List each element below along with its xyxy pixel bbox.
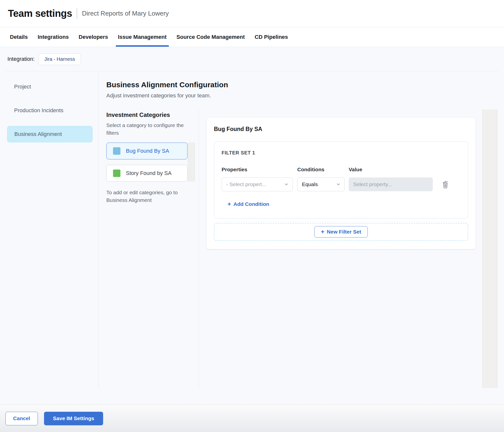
cancel-button[interactable]: Cancel (5, 412, 38, 425)
category-color-swatch (113, 170, 120, 177)
sidebar-item-label: Business Alignment (14, 131, 62, 137)
category-color-swatch (113, 147, 120, 155)
trash-icon (442, 180, 449, 189)
condition-select-value: Equals (302, 181, 318, 187)
sidebar-item-production-incidents[interactable]: Production Incidents (7, 102, 92, 119)
investment-categories-title: Investment Categories (106, 111, 191, 118)
chevron-down-icon (336, 182, 341, 187)
plus-icon: + (321, 228, 324, 235)
save-im-settings-button[interactable]: Save IM Settings (44, 412, 103, 425)
delete-condition-button[interactable] (442, 180, 449, 189)
new-filter-set-button[interactable]: + New Filter Set (314, 226, 368, 238)
team-settings-page: Team settings Direct Reports of Mary Low… (0, 0, 504, 432)
property-select-value: - Select propert... (226, 181, 266, 187)
investment-categories-description: Select a category to configure the filte… (106, 121, 192, 137)
filter-set-title: FILTER SET 1 (222, 150, 460, 156)
tab-label: Developers (79, 34, 108, 40)
section-heading: Business Alignment Configuration (106, 81, 504, 89)
value-column-header: Value (349, 167, 433, 173)
tab-active-underline (116, 45, 169, 47)
settings-sidebar: Project Production Incidents Business Al… (0, 71, 99, 388)
page-header: Team settings Direct Reports of Mary Low… (0, 0, 504, 27)
category-note: To add or edit categories, go to Busines… (106, 189, 193, 204)
category-list-scrollbar[interactable] (188, 143, 195, 182)
condition-select[interactable]: Equals (297, 177, 345, 191)
filter-config-card: Bug Found By SA FILTER SET 1 Properties … (206, 118, 476, 249)
tab-integrations[interactable]: Integrations (38, 27, 69, 47)
category-label: Story Found by SA (126, 170, 172, 176)
filter-columns-header: Properties Conditions Value (222, 167, 460, 173)
filter-condition-row: - Select propert... Equals (222, 177, 460, 191)
tab-label: Details (10, 34, 28, 40)
content-area: Project Production Incidents Business Al… (0, 71, 504, 405)
filter-card-title: Bug Found By SA (214, 125, 468, 133)
conditions-column-header: Conditions (297, 167, 345, 173)
tab-source-code-management[interactable]: Source Code Management (177, 27, 245, 47)
filter-set-box: FILTER SET 1 Properties Conditions Value… (214, 141, 468, 218)
tab-label: Issue Management (118, 34, 167, 40)
plus-icon: + (228, 201, 231, 208)
section-subheading: Adjust investment categories for your te… (106, 92, 504, 99)
category-story-found-by-sa[interactable]: Story Found by SA (106, 165, 187, 182)
main-header: Business Alignment Configuration Adjust … (99, 71, 504, 99)
tab-developers[interactable]: Developers (79, 27, 108, 47)
page-subtitle: Direct Reports of Mary Lowery (82, 10, 169, 17)
title-divider (77, 8, 77, 19)
integration-label: Integration: (7, 56, 35, 62)
sidebar-item-project[interactable]: Project (7, 79, 92, 95)
add-condition-button[interactable]: + Add Condition (228, 201, 269, 208)
sidebar-item-business-alignment[interactable]: Business Alignment (7, 126, 92, 142)
chevron-down-icon (284, 182, 289, 187)
tab-label: Integrations (38, 34, 69, 40)
category-bug-found-by-sa[interactable]: Bug Found By SA (106, 143, 187, 159)
footer-action-bar: Cancel Save IM Settings (0, 405, 504, 432)
new-filter-set-dropzone: + New Filter Set (214, 223, 468, 241)
main-panel: Business Alignment Configuration Adjust … (99, 71, 504, 388)
tab-issue-management[interactable]: Issue Management (118, 27, 167, 47)
add-condition-label: Add Condition (233, 201, 269, 207)
tab-bar: Details Integrations Developers Issue Ma… (0, 27, 504, 47)
page-title: Team settings (8, 8, 72, 19)
investment-categories-column: Investment Categories Select a category … (99, 109, 199, 388)
value-input[interactable] (349, 177, 433, 191)
vertical-scrollbar-outer[interactable] (490, 109, 497, 388)
category-list: Bug Found By SA Story Found by SA (106, 143, 187, 182)
sidebar-item-label: Project (14, 84, 31, 90)
tab-cd-pipelines[interactable]: CD Pipelines (255, 27, 288, 47)
vertical-scrollbar[interactable] (482, 109, 489, 388)
tab-details[interactable]: Details (10, 27, 28, 47)
category-label: Bug Found By SA (126, 148, 169, 154)
tab-label: Source Code Management (177, 34, 245, 40)
integration-row: Integration: Jira - Harness (0, 47, 504, 71)
integration-chip[interactable]: Jira - Harness (39, 53, 81, 65)
tab-label: CD Pipelines (255, 34, 288, 40)
properties-column-header: Properties (222, 167, 293, 173)
sidebar-item-label: Production Incidents (14, 107, 63, 114)
property-select[interactable]: - Select propert... (222, 177, 293, 191)
new-filter-set-label: New Filter Set (327, 229, 361, 235)
